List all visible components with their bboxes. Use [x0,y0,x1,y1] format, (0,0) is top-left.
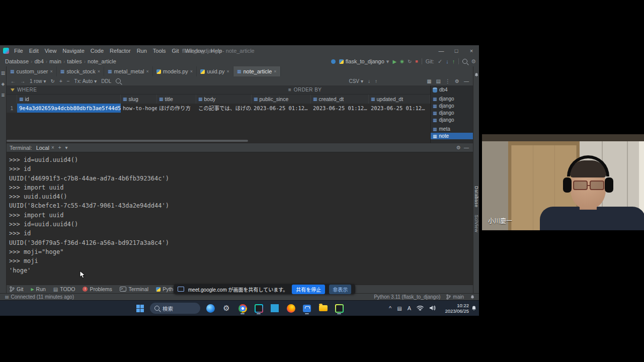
close-tab-icon[interactable]: × [190,69,193,74]
settings-gear-icon[interactable]: ⚙ [471,58,476,65]
settings-app-button[interactable]: ⚙ [220,302,232,315]
column-header-public-since[interactable]: ▦ public_since [252,95,311,104]
column-header-title[interactable]: ▦ title [157,95,196,104]
export-format-dropdown[interactable]: CSV ▾ [349,78,363,84]
add-row-icon[interactable]: + [59,78,62,84]
cell-updated-dt[interactable]: 2023-06-25 01:12… [369,104,430,113]
menu-code[interactable]: Code [88,45,107,56]
chevron-down-icon[interactable]: ▾ [65,145,68,150]
terminal-settings-gear-icon[interactable]: ⚙ [456,145,461,150]
column-header-id[interactable]: ▦ id [17,95,121,104]
download-icon[interactable]: ↓ [368,78,370,84]
wifi-icon[interactable] [417,305,424,312]
maximize-icon[interactable]: □ [449,45,464,56]
upload-icon[interactable]: ↑ [375,78,377,84]
hide-terminal-icon[interactable]: — [464,145,469,150]
git-push-icon[interactable]: ↑ [452,58,455,64]
breadcrumb-db4[interactable]: db4 [34,58,43,64]
view-transpose-icon[interactable]: ▤ [436,78,441,84]
run-button[interactable]: ▶ [392,59,396,64]
firefox-app-button[interactable] [285,302,297,315]
more-options-icon[interactable]: ⋮ [445,78,450,84]
menu-navigate[interactable]: Navigate [59,45,87,56]
forward-icon[interactable]: → [20,78,25,84]
ime-indicator[interactable]: A [408,305,411,311]
cell-public-since[interactable]: 2023-06-25 01:12… [252,104,311,113]
cell-body[interactable]: この記事では、ほげの… [196,104,252,113]
taskbar-search-input[interactable]: 検索 [150,303,200,314]
notifications-bell-icon[interactable] [474,72,479,78]
tx-mode-dropdown[interactable]: Tx: Auto ▾ [74,78,97,84]
stop-sharing-button[interactable]: 共有を停止 [292,285,325,294]
menu-view[interactable]: View [42,45,60,56]
start-button[interactable] [134,302,146,315]
view-grid-icon[interactable]: ▦ [427,78,431,84]
cell-created-dt[interactable]: 2023-06-25 01:12… [311,104,369,113]
breadcrumb-main[interactable]: main [49,58,61,64]
cell-id[interactable]: 9e4a3d02659a4dcbb80dbfb3ae5f44d5 [17,104,121,113]
menu-edit[interactable]: Edit [26,45,42,56]
menu-run[interactable]: Run [134,45,150,56]
pycharm2-app-button[interactable] [333,302,345,315]
edge-app-button[interactable] [204,302,216,315]
close-tab-icon[interactable]: × [50,69,53,74]
menu-file[interactable]: File [11,45,26,56]
run-config-selector[interactable]: flask_to_django ▾ [339,58,389,65]
notification-center-button[interactable] [471,305,477,312]
chrome-app-button[interactable] [236,302,249,315]
db-table-node-selected[interactable]: ▦ note [431,133,473,139]
todo-tool-button[interactable]: ▤ TODO [53,286,75,292]
close-icon[interactable]: × [464,45,479,56]
python-console[interactable]: >>> id=uuid.uuid4() >>> id UUID('d46991f… [7,152,473,285]
close-tab-icon[interactable]: × [98,69,100,74]
structure-tool-icon[interactable]: ≣ [1,93,6,98]
git-branch-selector[interactable]: main [446,294,464,300]
page-size-dropdown[interactable]: 1 row ▾ [30,78,46,84]
tab-stock-stock[interactable]: ▦ stock_stock × [57,66,104,76]
column-header-updated-dt[interactable]: ▦ updated_dt [369,95,430,104]
breadcrumb-tables[interactable]: tables [67,58,82,64]
scrollbar-thumb[interactable] [7,140,248,142]
code-with-me-icon[interactable] [331,59,336,64]
tab-models-py[interactable]: models.py × [153,66,197,76]
store-app-button[interactable] [301,302,313,315]
commit-tool-icon[interactable]: ◈ [1,81,6,86]
run-tool-button[interactable]: ▶ Run [31,286,45,292]
db-root-node[interactable]: db4 [433,86,448,93]
tab-note-article[interactable]: ▦ note_article × [233,66,281,76]
column-header-slug[interactable]: ▦ slug [121,95,157,104]
tab-uuid-py[interactable]: uuid.py × [197,66,233,76]
back-icon[interactable]: ← [11,78,16,84]
debug-button[interactable]: ◉ [400,59,404,64]
taskbar-clock[interactable]: 10:22 2023/06/25 [445,303,469,314]
hide-banner-button[interactable]: 非表示 [329,285,351,294]
volume-icon[interactable] [429,305,436,312]
delete-row-icon[interactable]: − [67,78,70,84]
close-tab-icon[interactable]: × [51,145,54,150]
cell-title[interactable]: ほげの作り方 [157,104,196,113]
project-tool-icon[interactable]: ▥ [1,70,6,75]
git-commit-check-icon[interactable]: ✓ [438,58,442,65]
notifications-bell-icon[interactable] [470,295,475,300]
stop-button[interactable]: ■ [415,59,418,64]
tab-custom-user[interactable]: ▦ custom_user × [7,66,57,76]
sciview-tool-button[interactable]: SciView [474,215,479,232]
where-filter-field[interactable]: WHERE [17,87,37,93]
tray-doc-icon[interactable]: ▤ [397,306,401,311]
db-table-node[interactable]: ▦ django [433,103,454,109]
db-table-node[interactable]: ▦ django [433,96,454,102]
close-tab-icon[interactable]: × [274,69,276,74]
hide-panel-icon[interactable]: — [464,78,469,84]
new-session-icon[interactable]: + [58,145,61,150]
close-tab-icon[interactable]: × [146,69,148,74]
problems-tool-button[interactable]: ! Problems [83,286,112,292]
menu-tools[interactable]: Tools [150,45,169,56]
grid-settings-gear-icon[interactable]: ⚙ [455,78,459,84]
explorer-app-button[interactable] [317,302,329,315]
database-tool-button[interactable]: Database [474,186,479,208]
db-table-node[interactable]: ▦ meta [433,126,450,132]
menu-git[interactable]: Git [169,45,182,56]
search-everywhere-icon[interactable] [462,59,467,64]
pycharm-app-button[interactable] [253,302,265,315]
db-table-node[interactable]: ▦ django [433,117,454,123]
